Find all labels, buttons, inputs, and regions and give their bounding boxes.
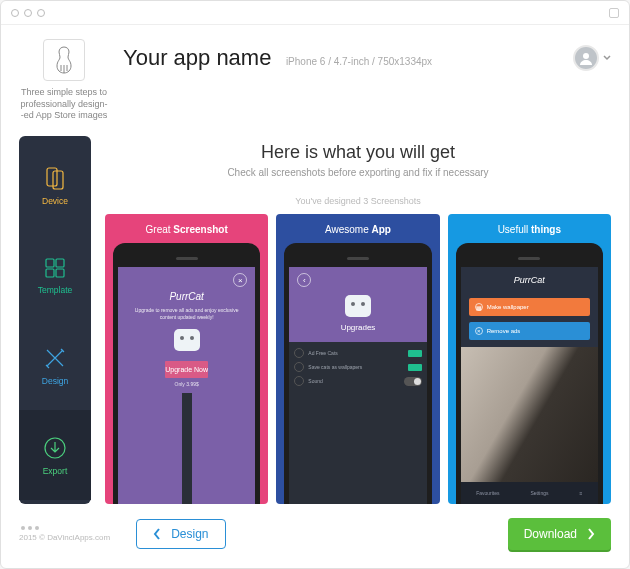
sidebar-label: Template bbox=[38, 285, 73, 295]
svg-rect-6 bbox=[56, 269, 64, 277]
sidebar-item-template[interactable]: Template bbox=[19, 230, 91, 320]
window-titlebar bbox=[1, 1, 629, 25]
tab-bar: Favourites Settings ≡ bbox=[461, 482, 598, 504]
avatar bbox=[573, 45, 599, 71]
window-controls bbox=[11, 9, 45, 17]
list-item: Sound bbox=[294, 376, 421, 386]
svg-point-0 bbox=[583, 53, 589, 59]
svg-rect-4 bbox=[56, 259, 64, 267]
phone-screen: × PurrCat Upgrade to remove all ads and … bbox=[118, 267, 255, 504]
upgrade-button: Upgrade Now bbox=[165, 361, 208, 378]
sidebar-label: Device bbox=[42, 196, 68, 206]
settings-list: Ad Free Cats Save cats as wallpapers Sou… bbox=[289, 342, 426, 504]
more-icon[interactable] bbox=[21, 526, 110, 530]
user-menu[interactable] bbox=[573, 39, 611, 71]
sidebar-label: Export bbox=[43, 466, 68, 476]
image-icon: ▦ bbox=[475, 303, 483, 311]
preview-subheading: Check all screenshots before exporting a… bbox=[105, 167, 611, 178]
list-item: Ad Free Cats bbox=[294, 348, 421, 358]
export-icon bbox=[42, 435, 68, 461]
footer-bar: 2015 © DaVinciApps.com Design Download bbox=[19, 504, 611, 560]
app-name-title[interactable]: Your app name bbox=[123, 45, 271, 71]
screenshot-card-2[interactable]: Awesome App ‹ Upgrades Ad Free Cats Save… bbox=[276, 214, 439, 504]
brand-column: Three simple steps to professionally des… bbox=[19, 39, 109, 122]
device-icon bbox=[42, 165, 68, 191]
mascot-icon bbox=[345, 295, 371, 317]
sidebar-item-export[interactable]: Export bbox=[19, 410, 91, 500]
phone-screen: ‹ Upgrades Ad Free Cats Save cats as wal… bbox=[289, 267, 426, 504]
screenshot-caption: Awesome App bbox=[325, 224, 391, 235]
download-button-label: Download bbox=[524, 527, 577, 541]
step-sidebar: Device Template Design Export bbox=[19, 136, 91, 504]
screenshot-card-3[interactable]: Usefull things PurrCat ▦Make wallpaper ×… bbox=[448, 214, 611, 504]
app-window: Three simple steps to professionally des… bbox=[0, 0, 630, 569]
phone-frame: PurrCat ▦Make wallpaper ×Remove ads Favo… bbox=[456, 243, 603, 504]
promo-text: Upgrade to remove all ads and enjoy excl… bbox=[118, 307, 255, 321]
zoom-window-icon[interactable] bbox=[37, 9, 45, 17]
davinci-logo-icon bbox=[51, 45, 77, 75]
minimize-window-icon[interactable] bbox=[24, 9, 32, 17]
close-window-icon[interactable] bbox=[11, 9, 19, 17]
toggle-icon bbox=[404, 377, 422, 386]
section-title: Upgrades bbox=[341, 323, 376, 332]
action-button-wallpaper: ▦Make wallpaper bbox=[469, 298, 590, 316]
preview-pane: Here is what you will get Check all scre… bbox=[105, 136, 611, 504]
footer-left: 2015 © DaVinciApps.com bbox=[19, 526, 110, 542]
sidebar-item-design[interactable]: Design bbox=[19, 320, 91, 410]
menu-icon: ≡ bbox=[580, 490, 583, 496]
mascot-icon bbox=[174, 329, 200, 351]
back-button[interactable]: Design bbox=[136, 519, 225, 549]
window-menu-icon[interactable] bbox=[609, 8, 619, 18]
brand-logo bbox=[43, 39, 85, 81]
list-item: Save cats as wallpapers bbox=[294, 362, 421, 372]
sidebar-item-device[interactable]: Device bbox=[19, 140, 91, 230]
title-column: Your app name iPhone 6 / 4.7-inch / 750x… bbox=[123, 39, 559, 71]
price-text: Only 3.99$ bbox=[175, 381, 199, 387]
chevron-down-icon bbox=[603, 54, 611, 62]
bottom-strip bbox=[182, 393, 192, 504]
copyright-text: 2015 © DaVinciApps.com bbox=[19, 533, 110, 542]
back-button-label: Design bbox=[171, 527, 208, 541]
tab-favourites: Favourites bbox=[476, 490, 499, 496]
svg-rect-3 bbox=[46, 259, 54, 267]
download-button[interactable]: Download bbox=[508, 518, 611, 550]
svg-rect-5 bbox=[46, 269, 54, 277]
sidebar-label: Design bbox=[42, 376, 68, 386]
main-row: Device Template Design Export Here is wh… bbox=[19, 136, 611, 504]
chevron-left-icon bbox=[153, 528, 161, 540]
screenshot-caption: Usefull things bbox=[498, 224, 561, 235]
screenshot-caption: Great Screenshot bbox=[146, 224, 228, 235]
brand-tagline: Three simple steps to professionally des… bbox=[19, 87, 109, 122]
chevron-right-icon bbox=[587, 528, 595, 540]
design-icon bbox=[42, 345, 68, 371]
user-icon bbox=[579, 51, 593, 65]
back-icon: ‹ bbox=[297, 273, 311, 287]
template-icon bbox=[43, 256, 67, 280]
device-meta-text: iPhone 6 / 4.7-inch / 750x1334px bbox=[286, 56, 432, 67]
screenshot-row: Great Screenshot × PurrCat Upgrade to re… bbox=[105, 214, 611, 504]
screenshot-card-1[interactable]: Great Screenshot × PurrCat Upgrade to re… bbox=[105, 214, 268, 504]
action-button-removeads: ×Remove ads bbox=[469, 322, 590, 340]
app-logo-text: PurrCat bbox=[169, 291, 203, 302]
phone-screen: PurrCat ▦Make wallpaper ×Remove ads Favo… bbox=[461, 267, 598, 504]
preview-count-text: You've designed 3 Screenshots bbox=[105, 196, 611, 206]
close-icon: × bbox=[233, 273, 247, 287]
phone-frame: × PurrCat Upgrade to remove all ads and … bbox=[113, 243, 260, 504]
app-logo-text: PurrCat bbox=[461, 267, 598, 295]
main-body: Three simple steps to professionally des… bbox=[1, 25, 629, 568]
header-row: Three simple steps to professionally des… bbox=[19, 39, 611, 122]
remove-icon: × bbox=[475, 327, 483, 335]
tab-settings: Settings bbox=[530, 490, 548, 496]
preview-heading: Here is what you will get bbox=[105, 142, 611, 163]
phone-frame: ‹ Upgrades Ad Free Cats Save cats as wal… bbox=[284, 243, 431, 504]
cat-image bbox=[461, 347, 598, 482]
